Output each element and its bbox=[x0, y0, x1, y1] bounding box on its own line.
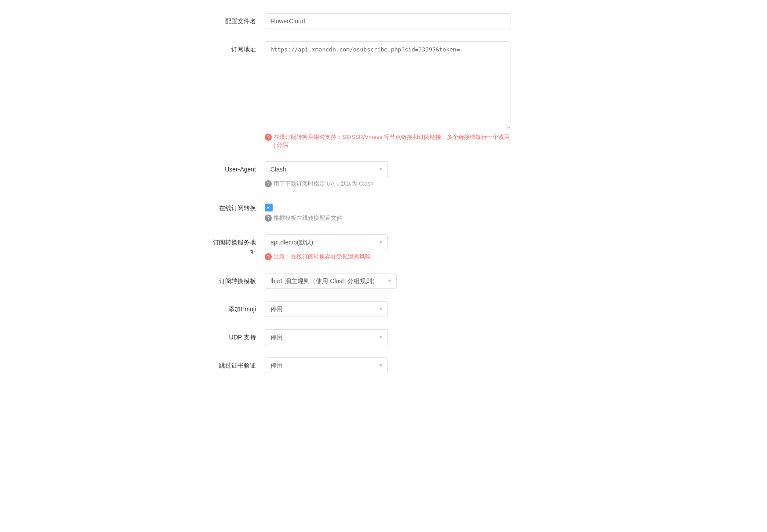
user-agent-content: Clash Shadowrocket Quantumult X Surge ▼ … bbox=[265, 161, 511, 188]
skip-cert-select-wrapper: 停用 启用 ▼ bbox=[265, 357, 388, 373]
skip-cert-row: 跳过证书验证 停用 启用 ▼ bbox=[212, 357, 555, 373]
subscribe-url-label: 订阅地址 bbox=[212, 41, 265, 54]
config-name-label: 配置文件名 bbox=[212, 13, 265, 26]
user-agent-select[interactable]: Clash Shadowrocket Quantumult X Surge bbox=[265, 161, 388, 177]
online-convert-row: 在线订阅转换 ✓ ? 根据模板在线转换配置文件 bbox=[212, 200, 555, 222]
udp-support-select-wrapper: 停用 启用 ▼ bbox=[265, 329, 388, 345]
convert-template-select[interactable]: lhie1 洞主规则（使用 Clash 分组规则） ACL4SSR 自定义 bbox=[265, 273, 397, 289]
subscribe-url-textarea[interactable]: https://api.xmancdn.com/osubscribe.php?s… bbox=[265, 41, 511, 129]
online-convert-label: 在线订阅转换 bbox=[212, 200, 265, 213]
add-emoji-select-wrapper: 停用 启用 ▼ bbox=[265, 301, 388, 317]
user-agent-select-wrapper: Clash Shadowrocket Quantumult X Surge ▼ bbox=[265, 161, 388, 177]
user-agent-row: User-Agent Clash Shadowrocket Quantumult… bbox=[212, 161, 555, 188]
convert-template-content: lhie1 洞主规则（使用 Clash 分组规则） ACL4SSR 自定义 ▼ bbox=[265, 273, 511, 289]
skip-cert-content: 停用 启用 ▼ bbox=[265, 357, 511, 373]
checkmark-icon: ✓ bbox=[267, 204, 271, 211]
udp-support-label: UDP 支持 bbox=[212, 329, 265, 342]
convert-service-help-icon: ? bbox=[265, 253, 272, 260]
udp-support-content: 停用 启用 ▼ bbox=[265, 329, 511, 345]
udp-support-row: UDP 支持 停用 启用 ▼ bbox=[212, 329, 555, 345]
add-emoji-label: 添加Emoji bbox=[212, 301, 265, 314]
online-convert-help-icon: ? bbox=[265, 215, 272, 222]
subscribe-url-help-icon: ? bbox=[265, 134, 272, 141]
page-container: 配置文件名 订阅地址 https://api.xmancdn.com/osubs… bbox=[186, 0, 581, 399]
convert-service-row: 订阅转换服务地址 api.dler.io(默认) 自定义 ▼ ? 注意：在线订阅… bbox=[212, 234, 555, 261]
skip-cert-select[interactable]: 停用 启用 bbox=[265, 357, 388, 373]
subscribe-url-row: 订阅地址 https://api.xmancdn.com/osubscribe.… bbox=[212, 41, 555, 149]
convert-service-label: 订阅转换服务地址 bbox=[212, 234, 265, 256]
online-convert-help-text: 根据模板在线转换配置文件 bbox=[274, 214, 342, 222]
config-name-input[interactable] bbox=[265, 13, 511, 29]
online-convert-checkbox[interactable]: ✓ bbox=[265, 204, 273, 211]
convert-service-content: api.dler.io(默认) 自定义 ▼ ? 注意：在线订阅转换存在隐私泄露风… bbox=[265, 234, 511, 261]
convert-template-select-wrapper: lhie1 洞主规则（使用 Clash 分组规则） ACL4SSR 自定义 ▼ bbox=[265, 273, 397, 289]
convert-template-label: 订阅转换模板 bbox=[212, 273, 265, 286]
subscribe-url-content: https://api.xmancdn.com/osubscribe.php?s… bbox=[265, 41, 511, 149]
user-agent-help: ? 用于下载订阅时指定 UA，默认为 Clash bbox=[265, 180, 511, 188]
convert-service-select[interactable]: api.dler.io(默认) 自定义 bbox=[265, 234, 388, 250]
udp-support-select[interactable]: 停用 启用 bbox=[265, 329, 388, 345]
convert-service-help: ? 注意：在线订阅转换存在隐私泄露风险 bbox=[265, 253, 511, 261]
subscribe-url-help-text: 在线订阅转换启用时支持：SS/SSR/Vmess 等节点链接和订阅链接，多个链接… bbox=[274, 133, 511, 149]
online-convert-help: ? 根据模板在线转换配置文件 bbox=[265, 214, 511, 222]
subscribe-url-help: ? 在线订阅转换启用时支持：SS/SSR/Vmess 等节点链接和订阅链接，多个… bbox=[265, 133, 511, 149]
config-name-content bbox=[265, 13, 511, 29]
add-emoji-content: 停用 启用 ▼ bbox=[265, 301, 511, 317]
add-emoji-select[interactable]: 停用 启用 bbox=[265, 301, 388, 317]
convert-service-select-wrapper: api.dler.io(默认) 自定义 ▼ bbox=[265, 234, 388, 250]
user-agent-help-icon: ? bbox=[265, 180, 272, 187]
add-emoji-row: 添加Emoji 停用 启用 ▼ bbox=[212, 301, 555, 317]
user-agent-help-text: 用于下载订阅时指定 UA，默认为 Clash bbox=[274, 180, 374, 188]
online-convert-content: ✓ ? 根据模板在线转换配置文件 bbox=[265, 200, 511, 222]
user-agent-label: User-Agent bbox=[212, 161, 265, 174]
convert-service-help-text: 注意：在线订阅转换存在隐私泄露风险 bbox=[274, 253, 371, 261]
convert-template-row: 订阅转换模板 lhie1 洞主规则（使用 Clash 分组规则） ACL4SSR… bbox=[212, 273, 555, 289]
online-convert-checkbox-wrapper: ✓ bbox=[265, 200, 511, 211]
skip-cert-label: 跳过证书验证 bbox=[212, 357, 265, 370]
config-name-row: 配置文件名 bbox=[212, 13, 555, 29]
